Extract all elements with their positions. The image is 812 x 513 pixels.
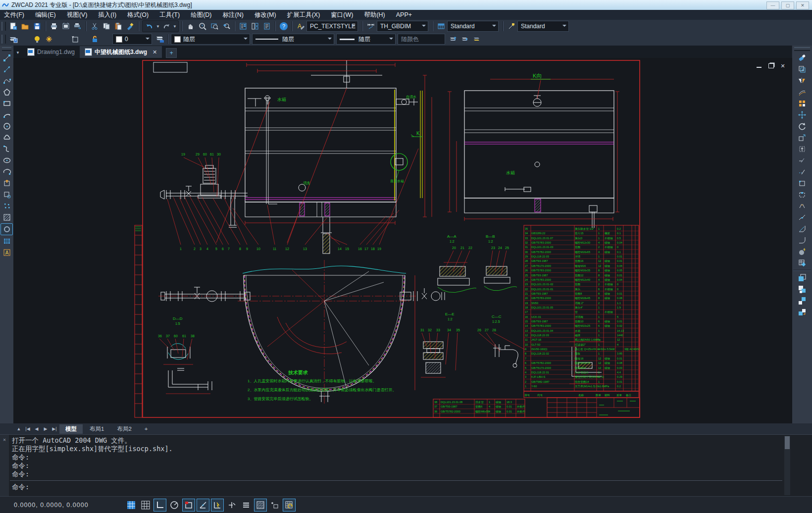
table-style-combo[interactable]: Standard	[447, 21, 499, 32]
snap-toggle[interactable]	[139, 499, 152, 512]
polyline-tool[interactable]	[1, 75, 12, 86]
doc-restore-icon[interactable]	[767, 63, 774, 69]
command-prompt[interactable]: 命令:	[12, 483, 29, 492]
draworder-above-tool[interactable]	[797, 295, 808, 306]
cut-button[interactable]	[89, 21, 101, 32]
toolbar-grip[interactable]	[1, 35, 6, 44]
move-tool[interactable]	[797, 109, 808, 120]
point-tool[interactable]	[1, 201, 12, 211]
text-style-combo[interactable]: PC_TEXTSTYLE	[306, 21, 358, 32]
sheet-set-button[interactable]	[249, 21, 261, 32]
dynamic-input-toggle[interactable]	[211, 499, 224, 512]
menu-dimension[interactable]: 标注(N)	[223, 11, 244, 19]
join-tool[interactable]	[797, 212, 808, 223]
zoom-window-button[interactable]	[208, 21, 220, 32]
layer-isolate-button[interactable]	[471, 34, 483, 45]
color-control-combo[interactable]: 随层	[171, 34, 250, 45]
plotstyle-control-combo[interactable]: 随颜色	[398, 34, 445, 45]
circle-tool[interactable]	[1, 121, 12, 132]
help-button[interactable]: ?	[278, 21, 290, 32]
transparency-toggle[interactable]	[254, 499, 267, 512]
drawing-canvas[interactable]: K向	[13, 58, 792, 423]
block-editor-tool[interactable]	[797, 257, 808, 268]
draworder-back-tool[interactable]	[797, 284, 808, 295]
break-at-point-tool[interactable]	[797, 189, 808, 200]
tab-overflow-icon[interactable]: ▼	[15, 47, 20, 58]
offset-tool[interactable]	[797, 87, 808, 98]
match-properties-button[interactable]	[124, 21, 136, 32]
ortho-toggle[interactable]	[153, 499, 166, 512]
make-block-tool[interactable]	[1, 189, 12, 200]
tab-layout2[interactable]: 布局2	[111, 424, 137, 434]
expand-tabs-icon[interactable]: ▲	[15, 426, 23, 431]
menu-view[interactable]: 视图(V)	[67, 11, 88, 19]
tab-layout1[interactable]: 布局1	[84, 424, 110, 434]
plot-button[interactable]	[48, 21, 60, 32]
lwdisplay-toggle[interactable]	[240, 499, 253, 512]
construction-line-tool[interactable]	[1, 64, 12, 75]
mirror-tool[interactable]	[797, 75, 808, 86]
menu-insert[interactable]: 插入(I)	[98, 11, 116, 19]
region-tool[interactable]	[0, 223, 13, 235]
maximize-icon[interactable]: ▢	[781, 1, 794, 9]
layer-on-bulb-icon[interactable]	[31, 34, 43, 45]
doc-close-icon[interactable]: ✕	[779, 63, 786, 69]
layer-states-button[interactable]	[154, 34, 166, 45]
toolbar-grip[interactable]	[2, 47, 11, 51]
insert-block-tool[interactable]	[1, 178, 12, 189]
chamfer-tool[interactable]	[797, 223, 808, 234]
copy-tool[interactable]	[797, 64, 808, 75]
table-tool[interactable]	[1, 236, 12, 247]
menu-draw[interactable]: 绘图(D)	[191, 11, 211, 19]
prev-tab-icon[interactable]: ◀	[33, 426, 41, 431]
trim-tool[interactable]	[797, 166, 808, 177]
ellipse-tool[interactable]	[1, 155, 12, 166]
toolbar-grip[interactable]	[1, 22, 6, 31]
rectangle-tool[interactable]	[1, 98, 12, 109]
draworder-below-tool[interactable]	[797, 307, 808, 317]
make-current-layer-button[interactable]	[447, 34, 459, 45]
quickcalc-button[interactable]	[261, 21, 273, 32]
tab-model[interactable]: 模型	[59, 424, 83, 434]
new-button[interactable]	[7, 21, 19, 32]
undo-button[interactable]	[144, 21, 155, 32]
last-tab-icon[interactable]: ▶|	[51, 426, 58, 431]
break-tool[interactable]	[797, 201, 808, 211]
menu-express[interactable]: 扩展工具(X)	[287, 11, 320, 19]
osnap-toggle[interactable]	[182, 499, 195, 512]
new-layer-icon[interactable]	[69, 34, 81, 45]
first-tab-icon[interactable]: |◀	[24, 426, 32, 431]
otrack-toggle[interactable]	[197, 499, 209, 512]
extend-tool[interactable]	[797, 178, 808, 189]
quick-properties-toggle[interactable]	[268, 499, 281, 512]
menu-edit[interactable]: 编辑(E)	[35, 11, 56, 19]
layer-combo[interactable]: 0	[112, 34, 152, 45]
menu-tools[interactable]: 工具(T)	[159, 11, 180, 19]
menu-app-plus[interactable]: APP+	[396, 11, 412, 18]
command-close-icon[interactable]: ✕	[3, 437, 6, 442]
zoom-realtime-button[interactable]	[197, 21, 208, 32]
rotate-tool[interactable]	[797, 121, 808, 132]
hatch-tool[interactable]	[1, 212, 12, 223]
zoom-previous-button[interactable]	[220, 21, 232, 32]
mleader-style-combo[interactable]: Standard	[517, 21, 569, 32]
layer-previous-button[interactable]	[459, 34, 471, 45]
doc-minimize-icon[interactable]	[756, 63, 762, 69]
copy-button[interactable]	[101, 21, 112, 32]
save-button[interactable]	[31, 21, 43, 32]
minimize-icon[interactable]: —	[766, 1, 779, 9]
stretch-tool[interactable]	[797, 144, 808, 154]
revision-cloud-tool[interactable]	[1, 132, 12, 143]
doc-tab-current[interactable]: 中望机械图纸3.dwg ✕	[80, 46, 162, 58]
new-drawing-tab-button[interactable]: +	[166, 48, 177, 58]
toolbar-grip[interactable]	[794, 47, 810, 51]
ellipse-arc-tool[interactable]	[1, 166, 12, 177]
arc-tool[interactable]	[1, 109, 12, 120]
menu-file[interactable]: 文件(F)	[4, 11, 24, 19]
menu-modify[interactable]: 修改(M)	[254, 11, 276, 19]
redo-dropdown-icon[interactable]: ▼	[172, 21, 177, 32]
annotation-monitor-toggle[interactable]	[283, 499, 296, 512]
array-tool[interactable]	[797, 98, 808, 109]
linetype-control-combo[interactable]: 随层	[252, 34, 334, 45]
fillet-tool[interactable]	[797, 235, 808, 246]
